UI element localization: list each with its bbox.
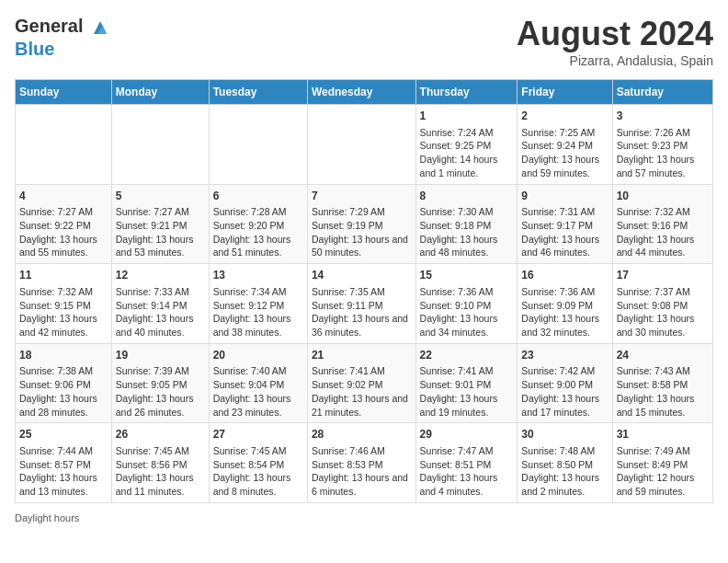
sunset-text: Sunset: 9:11 PM (312, 299, 412, 313)
sunrise-text: Sunrise: 7:29 AM (312, 205, 412, 219)
day-cell: 29Sunrise: 7:47 AMSunset: 8:51 PMDayligh… (415, 423, 518, 503)
day-number: 7 (312, 189, 412, 204)
sunset-text: Sunset: 9:00 PM (521, 378, 608, 392)
day-cell: 26Sunrise: 7:45 AMSunset: 8:56 PMDayligh… (111, 423, 209, 503)
day-cell: 14Sunrise: 7:35 AMSunset: 9:11 PMDayligh… (307, 264, 415, 344)
daylight-text: Daylight: 13 hours and 11 minutes. (116, 471, 205, 498)
day-number: 3 (617, 109, 709, 124)
day-cell: 23Sunrise: 7:42 AMSunset: 9:00 PMDayligh… (518, 343, 612, 423)
day-cell: 16Sunrise: 7:36 AMSunset: 9:09 PMDayligh… (518, 264, 612, 344)
sunset-text: Sunset: 9:01 PM (420, 378, 514, 392)
sunrise-text: Sunrise: 7:45 AM (116, 444, 205, 458)
day-cell: 18Sunrise: 7:38 AMSunset: 9:06 PMDayligh… (16, 343, 112, 423)
header-cell-sunday: Sunday (16, 80, 112, 105)
day-number: 11 (19, 268, 108, 283)
day-cell: 30Sunrise: 7:48 AMSunset: 8:50 PMDayligh… (518, 423, 612, 503)
day-number: 10 (617, 189, 709, 204)
daylight-text: Daylight: 13 hours and 40 minutes. (116, 312, 205, 339)
sunset-text: Sunset: 9:04 PM (213, 378, 303, 392)
sunset-text: Sunset: 9:02 PM (312, 378, 412, 392)
sunrise-text: Sunrise: 7:37 AM (617, 285, 709, 299)
sunrise-text: Sunrise: 7:36 AM (420, 285, 514, 299)
day-number: 18 (19, 348, 108, 363)
day-cell: 24Sunrise: 7:43 AMSunset: 8:58 PMDayligh… (612, 343, 712, 423)
daylight-text: Daylight: 13 hours and 13 minutes. (19, 471, 108, 498)
sunset-text: Sunset: 9:09 PM (521, 299, 608, 313)
day-number: 9 (521, 189, 608, 204)
day-cell: 28Sunrise: 7:46 AMSunset: 8:53 PMDayligh… (307, 423, 415, 503)
day-cell: 19Sunrise: 7:39 AMSunset: 9:05 PMDayligh… (111, 343, 209, 423)
calendar-header: SundayMondayTuesdayWednesdayThursdayFrid… (16, 80, 713, 105)
day-cell: 15Sunrise: 7:36 AMSunset: 9:10 PMDayligh… (415, 264, 518, 344)
daylight-text: Daylight: 13 hours and 4 minutes. (420, 471, 514, 498)
day-cell: 1Sunrise: 7:24 AMSunset: 9:25 PMDaylight… (415, 105, 518, 185)
footer: Daylight hours (15, 512, 713, 523)
daylight-text: Daylight: 13 hours and 21 minutes. (312, 392, 412, 419)
day-number: 22 (420, 348, 514, 363)
sunrise-text: Sunrise: 7:41 AM (420, 364, 514, 378)
day-cell (16, 105, 112, 185)
sunset-text: Sunset: 9:20 PM (213, 219, 303, 233)
daylight-text: Daylight: 13 hours and 19 minutes. (420, 392, 514, 419)
sunset-text: Sunset: 8:50 PM (521, 458, 608, 472)
daylight-text: Daylight: 13 hours and 44 minutes. (617, 233, 709, 259)
day-number: 21 (312, 348, 412, 363)
day-number: 30 (521, 427, 608, 442)
sunset-text: Sunset: 9:18 PM (420, 219, 514, 233)
sunset-text: Sunset: 9:22 PM (19, 219, 108, 233)
sunrise-text: Sunrise: 7:31 AM (521, 205, 608, 219)
daylight-text: Daylight: 13 hours and 32 minutes. (521, 312, 608, 339)
daylight-text: Daylight: 13 hours and 38 minutes. (213, 312, 303, 339)
day-number: 23 (521, 348, 608, 363)
daylight-text: Daylight: 13 hours and 46 minutes. (521, 233, 608, 259)
daylight-label: Daylight hours (15, 512, 79, 523)
daylight-text: Daylight: 13 hours and 15 minutes. (617, 392, 709, 419)
sunset-text: Sunset: 8:53 PM (312, 458, 412, 472)
daylight-text: Daylight: 13 hours and 42 minutes. (19, 312, 108, 339)
sunrise-text: Sunrise: 7:28 AM (213, 205, 303, 219)
title-area: August 2024 Pizarra, Andalusia, Spain (517, 15, 713, 68)
daylight-text: Daylight: 13 hours and 2 minutes. (521, 471, 608, 498)
day-cell: 2Sunrise: 7:25 AMSunset: 9:24 PMDaylight… (518, 105, 612, 185)
day-cell: 20Sunrise: 7:40 AMSunset: 9:04 PMDayligh… (209, 343, 307, 423)
daylight-text: Daylight: 13 hours and 30 minutes. (617, 312, 709, 339)
sunrise-text: Sunrise: 7:30 AM (420, 205, 514, 219)
daylight-text: Daylight: 12 hours and 59 minutes. (617, 471, 709, 498)
day-number: 2 (521, 109, 608, 124)
daylight-text: Daylight: 14 hours and 1 minute. (420, 153, 514, 179)
week-row-5: 25Sunrise: 7:44 AMSunset: 8:57 PMDayligh… (16, 423, 713, 503)
sunset-text: Sunset: 9:08 PM (617, 299, 709, 313)
sunset-text: Sunset: 9:06 PM (19, 378, 108, 392)
sunset-text: Sunset: 9:14 PM (116, 299, 205, 313)
sunrise-text: Sunrise: 7:42 AM (521, 364, 608, 378)
sunrise-text: Sunrise: 7:25 AM (521, 126, 608, 140)
day-number: 4 (19, 189, 108, 204)
sunrise-text: Sunrise: 7:45 AM (213, 444, 303, 458)
daylight-text: Daylight: 13 hours and 48 minutes. (420, 233, 514, 259)
header-cell-friday: Friday (518, 80, 612, 105)
location: Pizarra, Andalusia, Spain (517, 53, 713, 68)
sunrise-text: Sunrise: 7:32 AM (19, 285, 108, 299)
sunrise-text: Sunrise: 7:44 AM (19, 444, 108, 458)
header-cell-thursday: Thursday (415, 80, 518, 105)
sunset-text: Sunset: 8:51 PM (420, 458, 514, 472)
month-year: August 2024 (517, 15, 713, 53)
day-number: 15 (420, 268, 514, 283)
day-cell (209, 105, 307, 185)
sunrise-text: Sunrise: 7:43 AM (617, 364, 709, 378)
daylight-text: Daylight: 13 hours and 50 minutes. (312, 233, 412, 259)
daylight-text: Daylight: 13 hours and 34 minutes. (420, 312, 514, 339)
daylight-text: Daylight: 13 hours and 8 minutes. (213, 471, 303, 498)
week-row-3: 11Sunrise: 7:32 AMSunset: 9:15 PMDayligh… (16, 264, 713, 344)
day-number: 16 (521, 268, 608, 283)
logo: General Blue (15, 15, 110, 60)
day-number: 29 (420, 427, 514, 442)
sunset-text: Sunset: 9:17 PM (521, 219, 608, 233)
week-row-4: 18Sunrise: 7:38 AMSunset: 9:06 PMDayligh… (16, 343, 713, 423)
logo-blue-text: Blue (15, 38, 110, 60)
day-cell: 31Sunrise: 7:49 AMSunset: 8:49 PMDayligh… (612, 423, 712, 503)
day-cell: 3Sunrise: 7:26 AMSunset: 9:23 PMDaylight… (612, 105, 712, 185)
day-number: 24 (617, 348, 709, 363)
header-cell-wednesday: Wednesday (307, 80, 415, 105)
day-cell: 11Sunrise: 7:32 AMSunset: 9:15 PMDayligh… (16, 264, 112, 344)
